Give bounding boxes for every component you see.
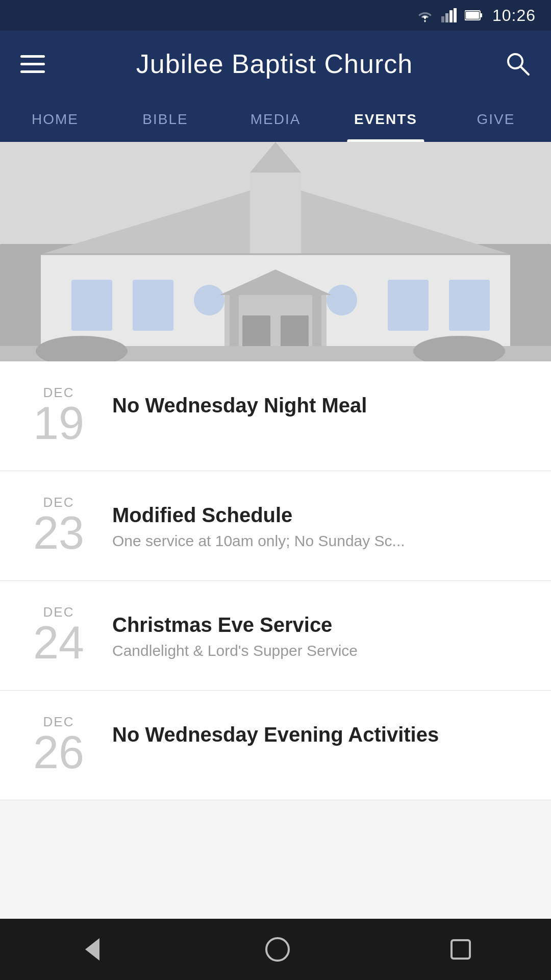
svg-line-8 xyxy=(520,66,529,75)
event-info: Christmas Eve Service Candlelight & Lord… xyxy=(112,605,525,659)
event-info: Modified Schedule One service at 10am on… xyxy=(112,496,525,550)
event-info: No Wednesday Night Meal xyxy=(112,386,525,423)
app-header: Jubilee Baptist Church xyxy=(0,31,551,97)
event-date: DEC 23 xyxy=(26,496,92,556)
tab-events[interactable]: EVENTS xyxy=(331,97,441,142)
status-bar: 10:26 xyxy=(0,0,551,31)
svg-rect-18 xyxy=(133,280,173,331)
svg-rect-3 xyxy=(454,8,457,22)
svg-rect-6 xyxy=(466,12,479,19)
menu-button[interactable] xyxy=(20,55,45,73)
event-item[interactable]: DEC 26 No Wednesday Evening Activities xyxy=(0,691,551,800)
battery-icon xyxy=(465,10,483,21)
tab-bible[interactable]: BIBLE xyxy=(110,97,220,142)
app-title: Jubilee Baptist Church xyxy=(45,48,504,79)
status-icons xyxy=(416,8,483,22)
svg-rect-21 xyxy=(388,280,429,331)
recent-apps-button[interactable] xyxy=(441,930,480,969)
search-icon xyxy=(504,50,531,77)
event-item[interactable]: DEC 23 Modified Schedule One service at … xyxy=(0,471,551,581)
svg-rect-0 xyxy=(441,16,444,22)
svg-rect-1 xyxy=(445,13,448,22)
bottom-nav-bar xyxy=(0,919,551,980)
svg-rect-19 xyxy=(194,285,224,315)
svg-rect-35 xyxy=(452,940,470,959)
svg-rect-5 xyxy=(480,13,482,17)
tab-home[interactable]: HOME xyxy=(0,97,110,142)
tab-media[interactable]: MEDIA xyxy=(220,97,331,142)
tab-give[interactable]: GIVE xyxy=(441,97,551,142)
search-button[interactable] xyxy=(504,50,531,78)
svg-rect-17 xyxy=(71,280,112,331)
svg-rect-22 xyxy=(449,280,490,331)
svg-rect-14 xyxy=(250,173,301,254)
event-date: DEC 19 xyxy=(26,386,92,446)
events-list: DEC 19 No Wednesday Night Meal DEC 23 Mo… xyxy=(0,361,551,800)
wifi-icon xyxy=(416,8,434,22)
event-item[interactable]: DEC 19 No Wednesday Night Meal xyxy=(0,361,551,471)
church-image xyxy=(0,142,551,361)
home-button[interactable] xyxy=(256,928,299,971)
svg-rect-20 xyxy=(327,285,357,315)
event-item[interactable]: DEC 24 Christmas Eve Service Candlelight… xyxy=(0,581,551,691)
church-illustration xyxy=(0,142,551,361)
event-date: DEC 26 xyxy=(26,715,92,775)
home-circle-icon xyxy=(264,936,291,963)
status-time: 10:26 xyxy=(492,6,536,25)
svg-marker-33 xyxy=(85,938,99,961)
event-date: DEC 24 xyxy=(26,605,92,666)
svg-rect-2 xyxy=(449,10,453,22)
signal-icon xyxy=(441,8,458,22)
back-button[interactable] xyxy=(71,928,114,971)
svg-point-34 xyxy=(266,938,289,961)
back-icon xyxy=(79,936,106,963)
recent-square-icon xyxy=(449,938,472,961)
event-info: No Wednesday Evening Activities xyxy=(112,715,525,752)
tab-bar: HOME BIBLE MEDIA EVENTS GIVE xyxy=(0,97,551,142)
